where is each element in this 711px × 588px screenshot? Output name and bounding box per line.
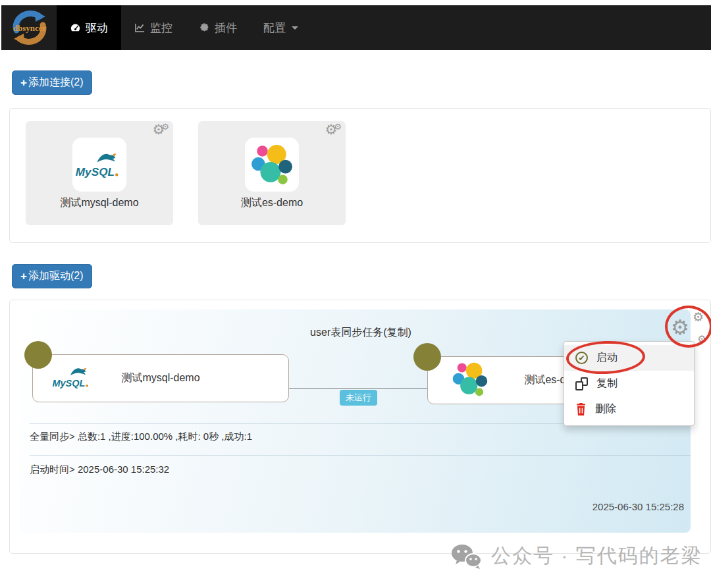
status-badge: 未运行 (340, 390, 377, 406)
watermark: 公众号 · 写代码的老梁 (450, 543, 702, 570)
elasticsearch-logo-tile (245, 138, 299, 192)
connection-card-elasticsearch[interactable]: ⚙⚙ 测试es-demo (198, 121, 346, 225)
svg-text:MySQL: MySQL (76, 165, 115, 178)
separator (30, 455, 691, 456)
full-sync-summary: 全量同步> 总数:1 ,进度:100.00% ,耗时: 0秒 ,成功:1 (30, 431, 688, 443)
add-connection-label: 添加连接(2) (28, 76, 84, 90)
connection-name: 测试es-demo (198, 196, 346, 210)
updated-timestamp: 2025-06-30 15:25:28 (592, 501, 684, 512)
caret-down-icon (292, 26, 298, 30)
add-driver-button[interactable]: + 添加驱动(2) (12, 264, 92, 288)
source-node-label: 测试mysql-demo (33, 355, 288, 402)
menu-item-copy[interactable]: 复制 (564, 371, 694, 396)
nav-item-plugin[interactable]: 插件 (186, 5, 250, 50)
connection-name: 测试mysql-demo (26, 196, 173, 210)
target-node-dot (413, 343, 441, 371)
puzzle-icon (199, 22, 210, 34)
connection-card-mysql[interactable]: ⚙⚙ MySQL 测试mysql-demo (26, 121, 173, 225)
menu-item-label: 启动 (596, 351, 618, 365)
dbsyncer-logo[interactable]: dbsyncer (7, 7, 53, 49)
nav-item-label: 监控 (150, 20, 172, 36)
driver-task-title: user表同步任务(复制) (10, 326, 711, 340)
nav-item-config[interactable]: 配置 (250, 5, 311, 50)
elasticsearch-logo (250, 143, 294, 186)
trash-icon (575, 403, 587, 415)
sync-connection-line (289, 388, 427, 388)
svg-text:dbsyncer: dbsyncer (13, 23, 47, 33)
copy-icon (575, 377, 588, 390)
menu-item-delete[interactable]: 删除 (564, 396, 694, 422)
nav-item-driver[interactable]: 驱动 (57, 5, 121, 50)
check-circle-icon: ✔ (575, 352, 588, 364)
dbsyncer-logo-icon: dbsyncer (8, 7, 51, 48)
plus-icon: + (20, 271, 27, 282)
start-time-line: 启动时间> 2025-06-30 15:25:32 (30, 464, 688, 476)
navbar: dbsyncer 驱动 监控 (1, 5, 711, 50)
nav-item-monitor[interactable]: 监控 (121, 5, 186, 50)
connection-settings-gear-icon[interactable]: ⚙⚙ (325, 122, 342, 136)
connections-panel: ⚙⚙ MySQL 测试mysql-demo ⚙⚙ (9, 108, 711, 243)
menu-item-label: 删除 (595, 402, 616, 416)
source-node-dot (24, 341, 52, 369)
driver-context-menu: ✔ 启动 复制 删除 (564, 341, 695, 426)
nav-item-label: 插件 (215, 20, 237, 36)
nav-item-label: 配置 (263, 20, 286, 36)
main-nav: 驱动 监控 插件 配置 (57, 5, 311, 50)
nav-item-label: 驱动 (86, 20, 108, 36)
dashboard-icon (70, 22, 81, 34)
menu-item-label: 复制 (596, 377, 618, 390)
driver-task-panel: user表同步任务(复制) ⚙⚙⚙ MySQL 测试mysql-demo 未运行 (9, 300, 711, 554)
connection-settings-gear-icon[interactable]: ⚙⚙ (153, 122, 169, 136)
menu-item-start[interactable]: ✔ 启动 (564, 345, 694, 371)
line-chart-icon (134, 22, 145, 34)
page: dbsyncer 驱动 监控 (0, 0, 711, 588)
wechat-icon (450, 543, 482, 570)
mysql-logo: MySQL (74, 150, 124, 179)
mysql-logo-tile: MySQL (72, 138, 126, 192)
watermark-text: 公众号 · 写代码的老梁 (491, 543, 702, 570)
driver-settings-gear-icon[interactable]: ⚙⚙⚙ (671, 312, 706, 342)
source-node-mysql[interactable]: MySQL 测试mysql-demo (32, 354, 289, 402)
add-driver-label: 添加驱动(2) (28, 269, 84, 283)
plus-icon: + (20, 77, 27, 88)
add-connection-button[interactable]: + 添加连接(2) (12, 70, 92, 95)
